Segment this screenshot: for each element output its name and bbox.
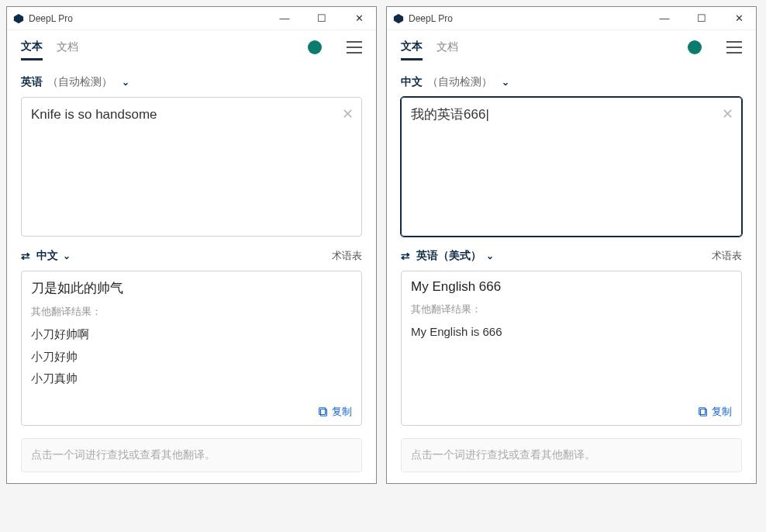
copy-label: 复制 (332, 405, 352, 419)
alternatives-list: 小刀好帅啊 小刀好帅 小刀真帅 (31, 323, 352, 390)
tab-text[interactable]: 文本 (401, 35, 423, 60)
content-area: 英语 （自动检测） ⌄ Knife is so handsome ✕ ⇄ 中文 … (7, 64, 376, 483)
alt-item[interactable]: My English is 666 (411, 321, 732, 344)
menu-icon[interactable] (726, 41, 742, 54)
source-language-label: 中文 (401, 75, 423, 89)
window-title: DeepL Pro (29, 13, 274, 24)
maximize-button[interactable]: ☐ (311, 12, 333, 24)
alt-item[interactable]: 小刀好帅 (31, 346, 352, 368)
window-title: DeepL Pro (409, 13, 654, 24)
translation-main: 刀是如此的帅气 (31, 279, 352, 297)
copy-label: 复制 (712, 405, 732, 419)
chevron-down-icon[interactable]: ⌄ (486, 250, 494, 261)
source-text-input[interactable]: Knife is so handsome ✕ (21, 97, 362, 237)
menu-icon[interactable] (347, 41, 362, 54)
target-language-row: ⇄ 英语（美式） ⌄ 术语表 (401, 237, 742, 271)
copy-button[interactable]: 复制 (31, 399, 352, 419)
chevron-down-icon: ⌄ (502, 77, 509, 88)
auto-detect-label: （自动检测） (47, 75, 112, 89)
swap-icon[interactable]: ⇄ (21, 250, 30, 262)
source-language-selector[interactable]: 英语 （自动检测） ⌄ (21, 71, 362, 97)
tab-document[interactable]: 文档 (57, 36, 78, 59)
clear-icon[interactable]: ✕ (342, 105, 354, 123)
maximize-button[interactable]: ☐ (691, 12, 713, 24)
titlebar: DeepL Pro — ☐ ✕ (387, 7, 756, 30)
profile-indicator[interactable] (688, 40, 702, 54)
chevron-down-icon: ⌄ (122, 77, 129, 88)
app-icon (13, 13, 24, 24)
window-controls: — ☐ ✕ (274, 12, 370, 24)
minimize-button[interactable]: — (654, 12, 675, 24)
glossary-link[interactable]: 术语表 (332, 249, 362, 263)
dictionary-hint[interactable]: 点击一个词进行查找或查看其他翻译。 (401, 438, 742, 472)
copy-button[interactable]: 复制 (411, 399, 732, 419)
target-language-label[interactable]: 中文 (36, 249, 58, 263)
alternatives-list: My English is 666 (411, 321, 732, 344)
alternatives-label: 其他翻译结果： (31, 305, 352, 319)
source-text: 我的英语666 (411, 107, 489, 122)
tabbar: 文本 文档 (387, 30, 756, 64)
alternatives-label: 其他翻译结果： (411, 302, 732, 316)
source-language-selector[interactable]: 中文 （自动检测） ⌄ (401, 71, 742, 97)
copy-icon (318, 406, 329, 417)
glossary-link[interactable]: 术语表 (712, 249, 742, 263)
close-button[interactable]: ✕ (348, 12, 370, 24)
alt-item[interactable]: 小刀真帅 (31, 368, 352, 390)
window-controls: — ☐ ✕ (654, 12, 750, 24)
copy-icon (698, 406, 709, 417)
dictionary-hint[interactable]: 点击一个词进行查找或查看其他翻译。 (21, 438, 362, 472)
translation-output: My English 666 其他翻译结果： My English is 666… (401, 271, 742, 426)
tabbar: 文本 文档 (7, 30, 376, 64)
target-language-label[interactable]: 英语（美式） (416, 249, 481, 263)
svg-marker-0 (14, 13, 23, 22)
profile-indicator[interactable] (308, 40, 322, 54)
titlebar: DeepL Pro — ☐ ✕ (7, 7, 376, 30)
svg-marker-3 (394, 13, 403, 22)
alt-item[interactable]: 小刀好帅啊 (31, 323, 352, 346)
source-text: Knife is so handsome (31, 105, 333, 124)
clear-icon[interactable]: ✕ (722, 105, 733, 123)
chevron-down-icon[interactable]: ⌄ (63, 250, 71, 261)
minimize-button[interactable]: — (274, 12, 295, 24)
source-text-input[interactable]: 我的英语666 ✕ (401, 97, 742, 237)
app-window-left: DeepL Pro — ☐ ✕ 文本 文档 英语 （自动检测） ⌄ Knife … (6, 6, 377, 484)
tab-text[interactable]: 文本 (21, 35, 43, 60)
app-window-right: DeepL Pro — ☐ ✕ 文本 文档 中文 （自动检测） ⌄ 我的英语66… (386, 6, 757, 484)
target-language-row: ⇄ 中文 ⌄ 术语表 (21, 237, 362, 271)
app-icon (393, 13, 404, 24)
swap-icon[interactable]: ⇄ (401, 250, 410, 262)
translation-main: My English 666 (411, 279, 732, 295)
auto-detect-label: （自动检测） (427, 75, 492, 89)
content-area: 中文 （自动检测） ⌄ 我的英语666 ✕ ⇄ 英语（美式） ⌄ 术语表 My … (387, 64, 756, 483)
source-language-label: 英语 (21, 75, 43, 89)
close-button[interactable]: ✕ (728, 12, 750, 24)
translation-output: 刀是如此的帅气 其他翻译结果： 小刀好帅啊 小刀好帅 小刀真帅 复制 (21, 271, 362, 426)
tab-document[interactable]: 文档 (436, 36, 458, 59)
